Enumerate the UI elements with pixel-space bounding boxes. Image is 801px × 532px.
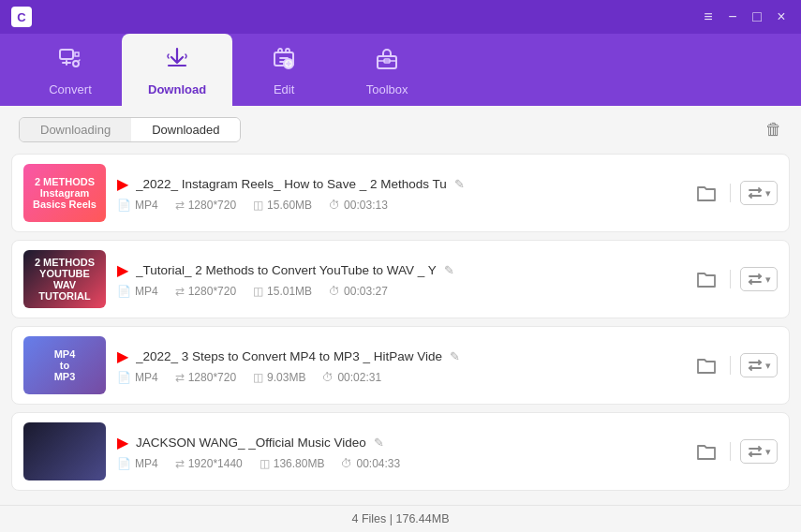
size-value: 9.03MB [267,371,305,384]
toolbox-icon [374,45,400,77]
thumbnail-image: MP4toMP3 [23,336,106,394]
window-controls[interactable]: ≡ − □ × [700,8,790,25]
tab-convert-label: Convert [49,82,92,96]
edit-icon [271,45,297,77]
file-thumbnail: 2 METHODSYOUTUBEWAVTUTORIAL [23,250,106,308]
duration-icon: ⏱ [329,199,340,212]
youtube-icon: ▶ [117,175,128,193]
edit-pencil-icon[interactable]: ✎ [374,436,384,450]
edit-pencil-icon[interactable]: ✎ [444,263,454,277]
file-meta: 📄 MP4 ⇄ 1280*720 ◫ 9.03MB ⏱ 00:02:31 [117,371,681,384]
file-item: ▶ JACKSON WANG_ _Official Music Video ✎ … [11,412,790,491]
meta-resolution: ⇄ 1280*720 [175,199,236,212]
close-icon[interactable]: × [773,8,790,25]
edit-pencil-icon[interactable]: ✎ [454,177,465,191]
chevron-down-icon: ▾ [765,187,771,200]
meta-duration: ⏱ 00:03:27 [329,285,388,298]
app-logo: C [11,7,32,27]
convert-to-button[interactable]: ▾ [740,439,778,464]
size-value: 15.01MB [267,285,312,298]
action-divider [730,270,731,288]
size-icon: ◫ [253,199,263,212]
meta-size: ◫ 15.01MB [253,285,312,298]
tab-toolbox-label: Toolbox [366,82,408,96]
meta-resolution: ⇄ 1280*720 [175,285,236,298]
tab-edit[interactable]: Edit [232,34,335,106]
action-divider [730,442,731,461]
chevron-down-icon: ▾ [765,446,771,458]
content-area: Downloading Downloaded 🗑 2 METHODSInstag… [0,106,801,532]
file-title: _Tutorial_ 2 Methods to Convert YouTube … [136,263,437,277]
status-text: 4 Files | 176.44MB [352,512,450,525]
format-value: MP4 [135,285,158,298]
file-thumbnail: MP4toMP3 [23,336,106,394]
file-title: JACKSON WANG_ _Official Music Video [136,436,366,450]
sub-tab-downloading[interactable]: Downloading [20,118,131,141]
download-icon [164,45,190,77]
tab-convert[interactable]: Convert [19,34,122,106]
trash-button[interactable]: 🗑 [765,120,782,140]
convert-to-button[interactable]: ▾ [740,353,778,377]
file-item: 2 METHODSInstagramBasics Reels ▶ _2022_ … [11,154,790,232]
file-meta: 📄 MP4 ⇄ 1920*1440 ◫ 136.80MB ⏱ 00:04:33 [117,457,681,470]
minimize-icon[interactable]: − [724,8,741,25]
action-divider [730,184,731,202]
meta-size: ◫ 15.60MB [253,199,312,212]
edit-pencil-icon[interactable]: ✎ [450,349,460,363]
sub-tabs-row: Downloading Downloaded 🗑 [0,106,801,150]
size-value: 15.60MB [267,199,312,212]
duration-icon: ⏱ [322,371,334,384]
file-info: ▶ _2022_ Instagram Reels_ How to Save _ … [117,175,681,212]
file-actions: ▾ [692,265,778,293]
file-title-row: ▶ _Tutorial_ 2 Methods to Convert YouTub… [117,261,681,279]
youtube-icon: ▶ [117,261,128,279]
format-value: MP4 [135,199,158,212]
resolution-value: 1920*1440 [188,457,243,470]
meta-format: 📄 MP4 [117,285,158,298]
file-actions: ▾ [692,179,778,207]
convert-to-button[interactable]: ▾ [740,181,778,205]
file-info: ▶ _Tutorial_ 2 Methods to Convert YouTub… [117,261,681,298]
open-folder-button[interactable] [692,437,720,466]
file-title-row: ▶ JACKSON WANG_ _Official Music Video ✎ [117,434,681,451]
meta-duration: ⏱ 00:02:31 [322,371,381,384]
svg-rect-0 [60,50,73,59]
meta-duration: ⏱ 00:03:13 [329,199,388,212]
resolution-value: 1280*720 [188,285,236,298]
convert-icon [57,45,83,77]
file-meta: 📄 MP4 ⇄ 1280*720 ◫ 15.01MB ⏱ 00:03:27 [117,285,681,298]
youtube-icon: ▶ [117,434,128,451]
duration-value: 00:04:33 [356,457,400,470]
file-list: 2 METHODSInstagramBasics Reels ▶ _2022_ … [0,150,801,505]
file-item: 2 METHODSYOUTUBEWAVTUTORIAL ▶ _Tutorial_… [11,240,790,318]
thumbnail-image [23,422,106,480]
meta-size: ◫ 9.03MB [253,371,305,384]
file-doc-icon: 📄 [117,457,131,470]
convert-to-button[interactable]: ▾ [740,267,778,291]
youtube-icon: ▶ [117,347,128,365]
tab-toolbox[interactable]: Toolbox [335,34,438,106]
open-folder-button[interactable] [692,179,720,207]
open-folder-button[interactable] [692,265,720,293]
tab-download[interactable]: Download [122,34,232,106]
status-bar: 4 Files | 176.44MB [0,505,801,532]
maximize-icon[interactable]: □ [749,8,765,25]
file-title: _2022_ 3 Steps to Convert MP4 to MP3 _ H… [136,349,442,363]
action-divider [730,356,731,375]
menu-icon[interactable]: ≡ [700,8,717,25]
file-meta: 📄 MP4 ⇄ 1280*720 ◫ 15.60MB ⏱ 00:03:13 [117,199,681,212]
meta-resolution: ⇄ 1280*720 [175,371,236,384]
chevron-down-icon: ▾ [765,360,771,372]
file-actions: ▾ [692,437,778,466]
nav-bar: Convert Download Edit [0,34,801,106]
sub-tab-downloaded[interactable]: Downloaded [131,118,240,141]
meta-format: 📄 MP4 [117,199,158,212]
file-title-row: ▶ _2022_ 3 Steps to Convert MP4 to MP3 _… [117,347,681,365]
meta-format: 📄 MP4 [117,371,158,384]
size-icon: ◫ [253,285,263,298]
open-folder-button[interactable] [692,351,720,379]
meta-format: 📄 MP4 [117,457,158,470]
format-value: MP4 [135,371,158,384]
tab-download-label: Download [148,82,206,96]
duration-value: 00:03:13 [344,199,388,212]
